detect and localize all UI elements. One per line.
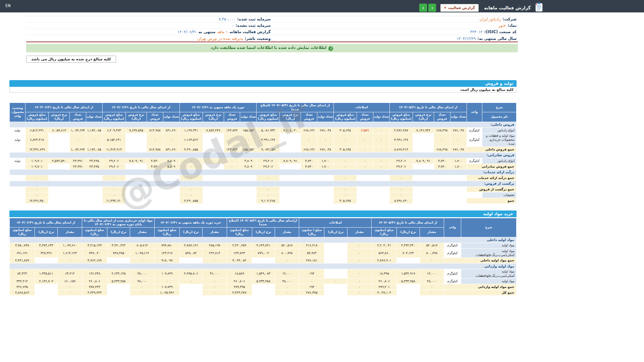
info-row: شرکت: رادیاتور ایران سرمایه ثبت شده: ۷,۳… [26, 16, 518, 22]
value-cell: ۱,۳۳۵,۵۱۱ [35, 269, 58, 279]
issuer-status-value: پذیرفته شده در بورس تهران [198, 36, 243, 41]
nav-prev-button[interactable]: ‹ [419, 4, 427, 12]
value-cell: ۳,۹۹۱,۱۲۷ [389, 133, 413, 146]
nav-next-button[interactable]: › [428, 4, 436, 12]
value-cell: ۹,۰۷۳,۰۵۹ [257, 146, 280, 152]
value-cell: ۳,۷۵۰,۷۳۸ [10, 243, 35, 248]
spacer [9, 204, 517, 210]
value-cell: ۰ [324, 278, 347, 284]
column-header: مقدار [203, 228, 227, 237]
value-cell [301, 192, 317, 198]
report-type-dropdown[interactable]: گزارش فعالیت ▼ [440, 4, 479, 12]
column-header: نرخ فروش (ریال) [203, 112, 224, 122]
value-cell: ۰ [347, 258, 372, 263]
language-toggle-en[interactable]: EN [5, 3, 11, 8]
column-group-header: شرح [482, 103, 517, 112]
section-label: مواد اولیه داخلی [10, 237, 517, 243]
column-group-header: از ابتدای سال مالی تا تاریخ ۱۴۰۴/۰۵/۳۱ (… [257, 103, 334, 112]
table-row: انواع رادیاتورکیلوگرم۶۷۶,۰۳۸۶۶۸,۲۹۸۷,۱۴۶… [10, 127, 517, 133]
column-header: نرخ (ریال) [179, 228, 202, 237]
value-cell: ۱۵۵,۶۵۲ [240, 146, 257, 152]
value-cell: ۱,۷۰۰ [450, 164, 467, 169]
value-cell: ۵۶۳,۸۶۰ [372, 248, 397, 258]
unit-cell: کیلوگرم [467, 133, 482, 146]
value-cell: ۲۷۶,۱۸۱ [299, 258, 324, 263]
production-sales-table: شرحواحداز ابتدای سال مالی تا تاریخ ۱۴۰۴/… [9, 103, 517, 204]
report-type-label: گزارش فعالیت [448, 6, 475, 10]
section-raw-materials: خرید مواد اولیه [9, 210, 517, 217]
value-cell: ۲,۷۶۷,۹۰۱ [372, 258, 397, 263]
column-group-header: اصلاحات [334, 103, 390, 112]
value-cell: ۲۳,۲۴۵ [86, 158, 102, 164]
value-cell: ۱۴۴,۸۴۲ [224, 127, 240, 133]
value-cell: ۲۹,۲۰۶ [389, 158, 413, 164]
total-row: جمع درآمد ارائه خدمات۰۰۰۰۰۰ [10, 175, 517, 181]
value-cell: ۰ [275, 290, 299, 295]
company-name-link[interactable]: رادیاتور ایران [480, 17, 501, 21]
value-cell: ۷۰۴,۱۲۳ [397, 248, 420, 258]
column-header: مبلغ فروش (میلیون ریال) [102, 112, 125, 122]
column-header: مبلغ ( میلیون ریال) [299, 228, 324, 237]
value-cell: ۷,۶۳۷,۵۹۵ [125, 127, 147, 133]
value-cell: ۶۷۶,۰۳۸ [450, 146, 467, 152]
section-row: برگشت از فروش: [10, 181, 517, 186]
value-cell: ۶۲۳,۸۲۳ [227, 248, 252, 258]
column-header: تعداد فروش [301, 112, 317, 122]
value-cell: ۰ [70, 133, 86, 146]
value-cell [147, 186, 163, 192]
value-cell [86, 192, 102, 198]
value-cell: ۰ [130, 290, 155, 295]
report-document-icon[interactable] [534, 2, 544, 13]
value-cell: ۷,۱۴۶,۹۴۲ [413, 127, 434, 133]
value-cell: ۱,۰۷۴,۶۹۴ [70, 146, 86, 152]
unregistered-capital-label: سرمایه ثبت نشده: [236, 23, 271, 28]
value-cell: ۱۶۰,۱۵۹ [58, 278, 82, 284]
value-cell: ۸۰۵,۷۱۴ [130, 243, 155, 248]
value-cell: ۰ [25, 186, 49, 192]
table-row: مواد اولیهکیلوگرم۴۸,۰۰۰۵,۴۳۳,۴۵۸۲۶۰,۸۰۶۰… [10, 278, 517, 284]
amounts-note: کلیه مبالغ درج شده به میلیون ریال می باش… [26, 56, 116, 63]
value-cell [70, 186, 86, 192]
signed-data-notice-text: اطلاعات نمایش داده شده با اطلاعات امضا ش… [211, 45, 327, 50]
unit-cell: کیلوگرم [444, 248, 461, 258]
table-row: انواع رادیاتورکیلوگرم۱,۷۰۰۳,۷۴۰۷,۸۰۹,۰۹۱… [10, 158, 517, 164]
value-cell: ۱,۵۴۹,۰۸۳ [252, 269, 275, 279]
value-cell: ۵,۴۳۳,۴۵۸ [397, 278, 420, 284]
value-cell [324, 269, 347, 279]
column-header: نرخ فروش (ریال) [280, 112, 301, 122]
value-cell [373, 186, 390, 192]
product-status-cell [10, 186, 25, 192]
value-cell: ۱,۱۲۷,۳۴۱ [179, 127, 203, 133]
value-cell: ۸۳۱,۶۹۰ [163, 146, 179, 152]
unit-cell: کیلوگرم [467, 127, 482, 133]
value-cell: ۱۲۶,۴۳۸ [82, 269, 107, 279]
value-cell [240, 186, 257, 192]
value-cell: ۵,۰۸۱,۹۳۲ [257, 127, 280, 133]
value-cell: ۰ [389, 175, 413, 181]
value-cell [203, 192, 224, 198]
value-cell: ۴۸,۰۰۰ [275, 278, 299, 284]
value-cell [107, 290, 130, 295]
value-cell: ۲۱۶,۲۱۸ [299, 243, 324, 248]
value-cell: ۲۷۹,۲۰۱ [372, 284, 397, 290]
value-cell [163, 198, 179, 203]
section-label: فروش داخلی: [10, 122, 517, 127]
symbol-link[interactable]: ختور [498, 23, 506, 28]
value-cell [397, 284, 420, 290]
total-row: جمع فروش داخلی۶۷۶,۰۳۸۶۶۸,۲۹۸۸,۷۶۷,۴۱۴۰۰۳… [10, 146, 517, 152]
value-cell: ۰ [58, 290, 82, 295]
column-header: تعداد تولید [240, 112, 257, 122]
value-cell [280, 146, 301, 152]
product-status-cell: تولید [10, 127, 25, 133]
value-cell [70, 175, 86, 181]
value-cell [280, 192, 301, 198]
value-cell: ۰ [257, 186, 280, 192]
value-cell: ۰ [334, 133, 357, 146]
info-row: کد صنعت (ISIC): ۳۴۳۰۱۲ گزارش فعالیت ماها… [26, 29, 518, 35]
section-row: مواد اولیه داخلی [10, 237, 517, 243]
value-cell [163, 186, 179, 192]
value-cell: ۰ [357, 146, 373, 152]
column-header: مبلغ (میلیون ریال) [82, 228, 107, 237]
value-cell: ۲۹,۲۰۶ [102, 158, 125, 164]
info-icon: i [328, 46, 333, 51]
